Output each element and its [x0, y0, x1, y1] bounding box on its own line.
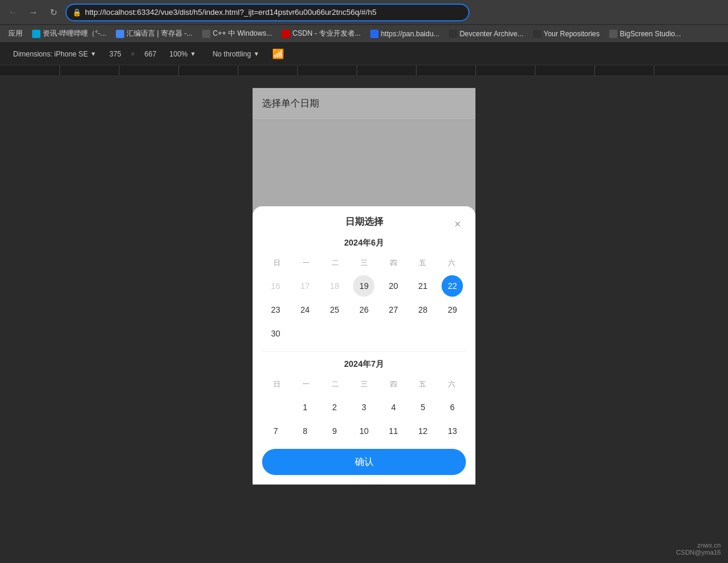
- bookmark-1-label: 资讯-哔哩哔哩（°-...: [43, 29, 106, 39]
- ruler-tick: [594, 65, 595, 76]
- dimensions-dropdown[interactable]: Dimensions: iPhone SE ▼: [10, 49, 100, 59]
- day-cell[interactable]: 6: [442, 397, 463, 418]
- day-cell-selected[interactable]: 22: [442, 275, 463, 297]
- watermark-line2: CSDN@yma16: [676, 549, 721, 556]
- bookmark-5[interactable]: https://pan.baidu...: [367, 29, 443, 39]
- day-cell[interactable]: 3: [353, 397, 374, 418]
- day-cell[interactable]: 4: [383, 397, 404, 418]
- address-bar[interactable]: 🔒 http://localhost:63342/vue3/dist/h5/in…: [65, 4, 469, 21]
- june-calendar-grid: 日 一 二 三 四 五 六 16 17 18: [262, 256, 466, 344]
- ruler-tick: [59, 65, 60, 76]
- bookmark-4[interactable]: CSDN - 专业开发者...: [278, 27, 364, 40]
- day-cell[interactable]: 10: [353, 420, 374, 442]
- day-cell[interactable]: 24: [294, 299, 316, 320]
- day-cell-empty: [412, 323, 434, 344]
- devtools-bar: Dimensions: iPhone SE ▼ 375 × 667 100% ▼…: [0, 43, 728, 65]
- weekday-fri-july: 五: [408, 377, 437, 392]
- july-month-label: 2024年7月: [262, 359, 466, 370]
- bookmark-2-label: 汇编语言 | 寄存器 -...: [127, 29, 193, 39]
- lock-icon: 🔒: [73, 8, 81, 17]
- day-cell[interactable]: 1: [294, 397, 316, 418]
- day-cell[interactable]: 11: [383, 420, 404, 442]
- bookmark-7-icon: [533, 30, 541, 38]
- day-cell[interactable]: 28: [412, 299, 434, 320]
- bookmark-2[interactable]: 汇编语言 | 寄存器 -...: [112, 27, 196, 40]
- day-cell[interactable]: 12: [412, 420, 434, 442]
- bookmark-4-icon: [282, 30, 290, 38]
- calendar-modal: 日期选择 × 2024年6月 日 一 二 三: [253, 206, 475, 485]
- day-cell[interactable]: 9: [324, 420, 345, 442]
- day-cell-empty: [383, 323, 404, 344]
- day-cell-empty: [324, 323, 345, 344]
- day-cell[interactable]: 30: [265, 323, 286, 344]
- network-icon-item[interactable]: 📶: [272, 48, 284, 59]
- day-cell[interactable]: 21: [412, 275, 434, 297]
- bookmark-6-icon: [449, 30, 457, 38]
- ruler-tick: [535, 65, 535, 76]
- day-cell[interactable]: 5: [412, 397, 434, 418]
- july-week-2: 7 8 9 10 11 12 13: [262, 420, 466, 442]
- bookmark-apps[interactable]: 应用: [5, 27, 26, 40]
- bookmark-3-icon: [202, 30, 210, 38]
- day-cell[interactable]: 20: [383, 275, 404, 297]
- weekday-mon: 一: [291, 256, 320, 271]
- day-cell[interactable]: 27: [383, 299, 404, 320]
- calendar-separator: [262, 351, 466, 352]
- ruler-tick: [178, 65, 179, 76]
- throttling-item: No throttling ▼: [209, 49, 263, 59]
- dimensions-label: Dimensions: iPhone SE: [13, 50, 88, 58]
- day-cell[interactable]: 7: [265, 420, 286, 442]
- day-cell[interactable]: 17: [294, 275, 316, 297]
- bookmark-7-label: Your Repositories: [544, 30, 600, 38]
- throttling-label: No throttling: [213, 50, 251, 58]
- day-cell[interactable]: 2: [324, 397, 345, 418]
- back-button[interactable]: ←: [5, 4, 21, 21]
- day-cell[interactable]: 16: [265, 275, 286, 297]
- bookmark-3[interactable]: C++ 中 Windows...: [198, 27, 276, 40]
- bookmark-5-label: https://pan.baidu...: [381, 30, 440, 38]
- modal-close-button[interactable]: ×: [449, 216, 466, 232]
- day-cell-today[interactable]: 19: [353, 275, 374, 297]
- modal-header: 日期选择 ×: [262, 216, 466, 228]
- confirm-button[interactable]: 确认: [262, 449, 466, 475]
- phone-frame: 选择单个日期 日期选择 × 2024年6月: [253, 88, 475, 485]
- day-cell[interactable]: 25: [324, 299, 345, 320]
- bookmark-2-icon: [116, 30, 124, 38]
- bookmark-8-icon: [609, 30, 617, 38]
- address-bar-row: ← → ↻ 🔒 http://localhost:63342/vue3/dist…: [0, 0, 728, 25]
- reload-button[interactable]: ↻: [45, 4, 62, 21]
- zoom-item: 100% ▼: [166, 49, 200, 59]
- weekday-sun-july: 日: [262, 377, 291, 392]
- day-cell[interactable]: 8: [294, 420, 316, 442]
- height-item: 667: [144, 50, 156, 58]
- weekday-wed-july: 三: [349, 377, 379, 392]
- day-cell[interactable]: 29: [442, 299, 463, 320]
- modal-title: 日期选择: [345, 216, 383, 228]
- watermark-line1: znwx.cn: [676, 542, 721, 549]
- day-cell-empty: [265, 397, 286, 418]
- app-content: 选择单个日期 日期选择 × 2024年6月: [253, 88, 475, 485]
- june-week-3: 30: [262, 323, 466, 344]
- june-week-header: 日 一 二 三 四 五 六: [262, 256, 466, 271]
- bookmark-1[interactable]: 资讯-哔哩哔哩（°-...: [29, 27, 110, 40]
- chevron-down-icon: ▼: [90, 51, 96, 57]
- width-item: 375: [109, 50, 121, 58]
- forward-button[interactable]: →: [25, 4, 42, 21]
- day-cell[interactable]: 26: [353, 299, 374, 320]
- bookmark-8[interactable]: BigScreen Studio...: [606, 29, 685, 39]
- ruler-tick: [297, 65, 298, 76]
- x-separator: ×: [131, 50, 135, 58]
- zoom-dropdown[interactable]: 100% ▼: [166, 49, 200, 59]
- bookmark-6[interactable]: Devcenter Archive...: [445, 29, 527, 39]
- june-week-2: 23 24 25 26 27 28 29: [262, 299, 466, 320]
- ruler-tick: [238, 65, 238, 76]
- day-cell[interactable]: 23: [265, 299, 286, 320]
- day-cell-empty: [442, 323, 463, 344]
- day-cell[interactable]: 18: [324, 275, 345, 297]
- june-month-label: 2024年6月: [262, 238, 466, 249]
- weekday-tue-july: 二: [320, 377, 349, 392]
- ruler-tick: [357, 65, 357, 76]
- day-cell[interactable]: 13: [442, 420, 463, 442]
- bookmark-7[interactable]: Your Repositories: [530, 29, 603, 39]
- throttling-dropdown[interactable]: No throttling ▼: [209, 49, 263, 59]
